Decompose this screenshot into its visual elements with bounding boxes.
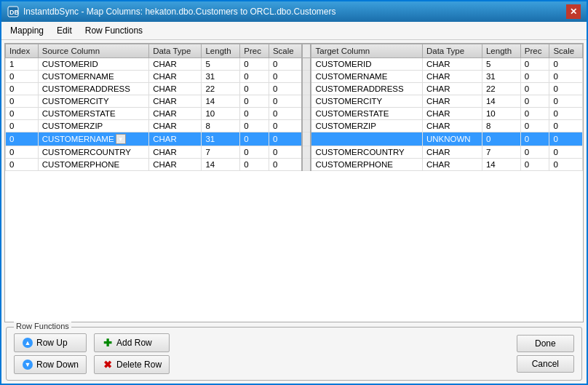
cell-source-length: 14	[202, 159, 240, 171]
cell-target-scale: 0	[549, 95, 583, 108]
title-bar: DB InstantdbSync - Map Columns: hekaton.…	[1, 1, 587, 22]
menu-mapping[interactable]: Mapping	[4, 23, 49, 38]
add-row-button[interactable]: ✚ Add Row	[94, 333, 170, 352]
cell-source-datatype: CHAR	[149, 83, 202, 95]
cell-target-scale: 0	[549, 58, 583, 71]
cell-source-scale: 0	[269, 108, 302, 120]
row-up-label: Row Up	[36, 338, 68, 348]
cell-separator	[302, 95, 311, 108]
delete-row-button[interactable]: ✖ Delete Row	[94, 355, 170, 374]
cell-target-length: 14	[482, 159, 520, 171]
cell-target-scale: 0	[549, 146, 583, 159]
cell-source-length: 31	[202, 71, 240, 83]
row-down-label: Row Down	[36, 360, 79, 370]
cell-source-length: 10	[202, 108, 240, 120]
cell-target-datatype: CHAR	[422, 71, 482, 83]
cell-source-length: 22	[202, 83, 240, 95]
row-down-icon: ▼	[22, 359, 33, 370]
app-icon: DB	[7, 6, 19, 17]
delete-row-label: Delete Row	[116, 360, 162, 370]
cell-source-scale: 0	[269, 159, 302, 171]
cell-target-datatype: CHAR	[422, 83, 482, 95]
cell-target-length: 0	[482, 132, 520, 146]
title-bar-left: DB InstantdbSync - Map Columns: hekaton.…	[7, 6, 336, 17]
cell-target-length: 10	[482, 108, 520, 120]
table-row[interactable]: 0 CUSTOMERNAME CHAR 31 0 0 CUSTOMERNAME …	[6, 71, 583, 83]
cell-index: 0	[6, 159, 39, 171]
footer: Row Functions ▲ Row Up ▼ Row Down	[4, 327, 584, 381]
cell-target-column: CUSTOMERPHONE	[311, 159, 422, 171]
cell-index: 0	[6, 120, 39, 132]
col-separator	[302, 44, 311, 58]
cell-target-prec: 0	[520, 71, 549, 83]
cell-source-prec: 0	[240, 108, 269, 120]
row-down-button[interactable]: ▼ Row Down	[14, 355, 87, 374]
cell-source-prec: 0	[240, 146, 269, 159]
cell-source-prec: 0	[240, 58, 269, 71]
cell-index: 0	[6, 95, 39, 108]
menu-edit[interactable]: Edit	[51, 23, 78, 38]
cell-source-column[interactable]: CUSTOMERNAME▼	[38, 132, 148, 146]
cell-source-datatype: CHAR	[149, 146, 202, 159]
table-header-row: Index Source Column Data Type Length Pre…	[6, 44, 583, 58]
table-row[interactable]: 0 CUSTOMERNAME▼ CHAR 31 0 0 UNKNOWN 0 0 …	[6, 132, 583, 146]
cell-separator	[302, 120, 311, 132]
cell-target-prec: 0	[520, 83, 549, 95]
cell-source-column: CUSTOMERNAME	[38, 71, 148, 83]
menu-row-functions[interactable]: Row Functions	[79, 23, 148, 38]
cell-target-scale: 0	[549, 120, 583, 132]
cell-target-scale: 0	[549, 159, 583, 171]
table-body: 1 CUSTOMERID CHAR 5 0 0 CUSTOMERID CHAR …	[6, 58, 583, 171]
cell-source-length: 8	[202, 120, 240, 132]
cell-target-prec: 0	[520, 58, 549, 71]
table-row[interactable]: 0 CUSTOMERSTATE CHAR 10 0 0 CUSTOMERSTAT…	[6, 108, 583, 120]
cell-separator	[302, 132, 311, 146]
cell-target-datatype: CHAR	[422, 159, 482, 171]
cell-target-scale: 0	[549, 132, 583, 146]
cell-target-datatype: CHAR	[422, 120, 482, 132]
cell-source-datatype: CHAR	[149, 120, 202, 132]
cell-source-column: CUSTOMERZIP	[38, 120, 148, 132]
done-button[interactable]: Done	[517, 335, 574, 352]
main-window: DB InstantdbSync - Map Columns: hekaton.…	[0, 0, 588, 385]
cell-target-scale: 0	[549, 108, 583, 120]
row-functions-box: Row Functions ▲ Row Up ▼ Row Down	[6, 327, 582, 381]
cell-target-column: CUSTOMERCOUNTRY	[311, 146, 422, 159]
cell-separator	[302, 83, 311, 95]
col-header-target-column: Target Column	[311, 44, 422, 58]
row-up-down-group: ▲ Row Up ▼ Row Down	[14, 333, 87, 374]
cell-target-datatype: UNKNOWN	[422, 132, 482, 146]
cell-target-datatype: CHAR	[422, 95, 482, 108]
table-row[interactable]: 0 CUSTOMERZIP CHAR 8 0 0 CUSTOMERZIP CHA…	[6, 120, 583, 132]
cell-source-datatype: CHAR	[149, 159, 202, 171]
cell-separator	[302, 58, 311, 71]
cell-source-scale: 0	[269, 120, 302, 132]
cell-source-column: CUSTOMERADDRESS	[38, 83, 148, 95]
table-row[interactable]: 0 CUSTOMERADDRESS CHAR 22 0 0 CUSTOMERAD…	[6, 83, 583, 95]
cell-target-prec: 0	[520, 108, 549, 120]
cell-source-datatype: CHAR	[149, 108, 202, 120]
cell-target-column: CUSTOMERNAME	[311, 71, 422, 83]
cell-target-length: 22	[482, 83, 520, 95]
cell-separator	[302, 146, 311, 159]
cell-source-column: CUSTOMERCITY	[38, 95, 148, 108]
col-header-index: Index	[6, 44, 39, 58]
table-row[interactable]: 1 CUSTOMERID CHAR 5 0 0 CUSTOMERID CHAR …	[6, 58, 583, 71]
cell-separator	[302, 159, 311, 171]
cell-target-prec: 0	[520, 132, 549, 146]
cell-source-datatype: CHAR	[149, 95, 202, 108]
cell-source-column: CUSTOMERPHONE	[38, 159, 148, 171]
table-row[interactable]: 0 CUSTOMERCITY CHAR 14 0 0 CUSTOMERCITY …	[6, 95, 583, 108]
cell-target-datatype: CHAR	[422, 108, 482, 120]
cell-target-prec: 0	[520, 120, 549, 132]
table-row[interactable]: 0 CUSTOMERCOUNTRY CHAR 7 0 0 CUSTOMERCOU…	[6, 146, 583, 159]
add-row-icon: ✚	[102, 337, 114, 349]
cell-separator	[302, 71, 311, 83]
table-row[interactable]: 0 CUSTOMERPHONE CHAR 14 0 0 CUSTOMERPHON…	[6, 159, 583, 171]
close-button[interactable]: ✕	[566, 4, 581, 19]
row-up-button[interactable]: ▲ Row Up	[14, 333, 87, 352]
col-header-target-datatype: Data Type	[422, 44, 482, 58]
col-header-source-length: Length	[202, 44, 240, 58]
cancel-button[interactable]: Cancel	[517, 355, 574, 373]
cell-source-column: CUSTOMERCOUNTRY	[38, 146, 148, 159]
